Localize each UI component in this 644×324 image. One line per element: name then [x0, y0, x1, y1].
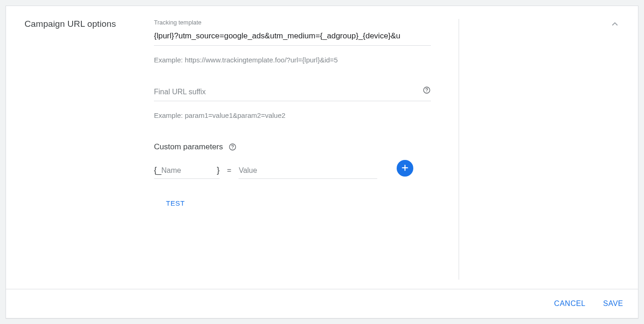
final-url-suffix-group: Example: param1=value1&param2=value2 — [154, 85, 431, 119]
form-column: Tracking template Example: https://www.t… — [154, 19, 459, 280]
add-parameter-button[interactable] — [397, 160, 413, 177]
custom-parameters-header: Custom parameters — [154, 142, 431, 152]
equals-sign: = — [227, 166, 231, 175]
tracking-template-input[interactable] — [154, 29, 431, 46]
plus-icon — [400, 163, 410, 174]
content-area: Campaign URL options Tracking template E… — [6, 6, 638, 289]
brace-close: } — [217, 165, 220, 175]
tracking-template-label: Tracking template — [154, 19, 431, 26]
param-value-input[interactable] — [239, 165, 377, 179]
param-name-wrapper: { _ } — [154, 165, 220, 179]
custom-parameters-title: Custom parameters — [154, 142, 223, 152]
svg-point-1 — [426, 92, 427, 92]
underscore: _ — [157, 165, 161, 175]
help-icon[interactable] — [423, 86, 431, 94]
section-title: Campaign URL options — [25, 19, 154, 29]
final-url-suffix-input[interactable] — [154, 85, 431, 101]
custom-parameter-row: { _ } = — [154, 160, 431, 179]
svg-point-3 — [233, 148, 233, 149]
final-url-suffix-example: Example: param1=value1&param2=value2 — [154, 111, 431, 119]
test-button[interactable]: TEST — [166, 199, 185, 207]
footer-actions: CANCEL SAVE — [6, 289, 638, 318]
help-icon[interactable] — [228, 143, 237, 151]
param-name-input[interactable] — [161, 165, 217, 176]
cancel-button[interactable]: CANCEL — [554, 300, 586, 308]
tracking-template-example: Example: https://www.trackingtemplate.fo… — [154, 56, 431, 64]
campaign-url-options-card: Campaign URL options Tracking template E… — [6, 6, 638, 318]
tracking-template-group: Tracking template Example: https://www.t… — [154, 19, 431, 64]
save-button[interactable]: SAVE — [603, 300, 624, 308]
section-title-column: Campaign URL options — [25, 19, 154, 280]
